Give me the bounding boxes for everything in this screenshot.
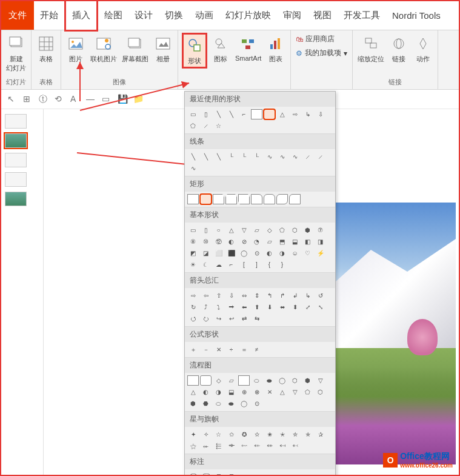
shape-multiply[interactable]: ✕ [213, 344, 224, 355]
shape-star-10[interactable]: ✯ [302, 429, 313, 440]
shape-basic-40[interactable]: { [264, 260, 275, 270]
shape-fc-8[interactable]: ◯ [276, 375, 288, 386]
shape-basic-8[interactable]: ⬠ [276, 225, 288, 235]
shape-star-3[interactable]: ☆ [213, 429, 224, 440]
shape-star-5[interactable]: ✪ [238, 429, 250, 440]
shape-plus[interactable]: ＋ [187, 344, 199, 355]
shape-banner-1[interactable]: ⬰ [200, 441, 212, 451]
shape-arrow-24[interactable]: ⭮ [200, 313, 212, 324]
shape-connector[interactable]: ⌐ [238, 109, 250, 119]
shape-basic-24[interactable]: ◪ [200, 248, 212, 258]
shape-fc-12[interactable]: △ [187, 387, 199, 397]
shape-basic-21[interactable]: ◧ [302, 236, 313, 247]
shape-arrow-11[interactable]: ↺ [315, 290, 326, 301]
shape-basic-17[interactable]: ◔ [251, 236, 262, 247]
shape-curve-1[interactable]: ∿ [264, 152, 275, 162]
shape-fc-5[interactable] [238, 375, 250, 386]
shape-basic-29[interactable]: ◐ [264, 248, 275, 258]
shape-fc-13[interactable]: ◐ [200, 387, 212, 397]
shape-arrow-9[interactable]: ↲ [289, 290, 301, 301]
shape-arrow-10[interactable]: ↳ [302, 290, 313, 301]
shape-line-1[interactable]: ╲ [187, 152, 199, 162]
shape-callout-10[interactable]: ▭ [302, 472, 313, 476]
chart-button[interactable]: 图表 [265, 33, 287, 69]
shape-star[interactable]: ☆ [213, 121, 224, 131]
thumbnail-5[interactable] [5, 192, 27, 206]
shape-callout-9[interactable]: ▭ [289, 472, 301, 476]
shape-arrow-8[interactable]: ↱ [276, 290, 288, 301]
shape-divide[interactable]: ÷ [225, 344, 237, 355]
shape-arrow-14[interactable]: ⤵ [213, 302, 224, 312]
shape-textbox[interactable]: ▭ [187, 109, 199, 119]
shape-basic-1[interactable]: ▭ [187, 225, 199, 235]
shape-callout-6[interactable]: ▭ [251, 472, 262, 476]
smartart-button[interactable]: SmartArt [234, 33, 262, 69]
shape-basic-10[interactable]: ⬢ [302, 225, 313, 235]
shape-scribble[interactable]: ∿ [187, 163, 199, 173]
shape-fc-22[interactable]: ⬡ [315, 387, 326, 397]
shape-fc-26[interactable]: ⬬ [225, 398, 237, 409]
shape-arrow-turn[interactable]: ↳ [302, 109, 313, 119]
shape-basic-30[interactable]: ◑ [276, 248, 288, 258]
shape-banner-8[interactable]: ⬷ [289, 441, 301, 451]
shape-callout-3[interactable]: 🗨 [213, 472, 224, 476]
shape-arrow-16[interactable]: ⬅ [238, 302, 250, 312]
shape-basic-34[interactable]: ☀ [187, 260, 199, 270]
tab-draw[interactable]: 绘图 [98, 1, 128, 30]
thumbnail-3[interactable] [5, 153, 27, 167]
shape-callout-7[interactable]: ▭ [264, 472, 275, 476]
shape-elbow-2[interactable]: └ [238, 152, 250, 162]
shape-basic-41[interactable]: } [276, 260, 288, 270]
shape-rect-round2[interactable] [264, 194, 275, 204]
shape-basic-3[interactable]: ○ [213, 225, 224, 235]
shape-rect-snip2[interactable] [225, 194, 237, 204]
shape-arrow-6[interactable]: ⇕ [251, 290, 262, 301]
shape-basic-36[interactable]: ☁ [213, 260, 224, 270]
icons-button[interactable]: 图标 [210, 33, 232, 69]
shape-star-2[interactable]: ✧ [200, 429, 212, 440]
shape-arrow-7[interactable]: ↰ [264, 290, 275, 301]
shape-arrow-4[interactable]: ⇩ [225, 290, 237, 301]
shape-banner-7[interactable]: ⬶ [276, 441, 288, 451]
shape-fc-7[interactable]: ⬬ [264, 375, 275, 386]
shape-rounded-rect[interactable] [264, 109, 275, 119]
shape-rect-rounddiag[interactable] [276, 194, 288, 204]
shape-fc-11[interactable]: ▽ [315, 375, 326, 386]
shape-arrow-13[interactable]: ⤴ [200, 302, 212, 312]
shape-arrow-r[interactable]: ⇨ [289, 109, 301, 119]
new-slide-button[interactable]: 新建 幻灯片 [5, 33, 27, 74]
shape-basic-6[interactable]: ▱ [251, 225, 262, 235]
table-button[interactable]: 表格 [35, 33, 57, 65]
shape-banner-4[interactable]: ⬳ [238, 441, 250, 451]
tab-file[interactable]: 文件 [1, 1, 34, 30]
shape-basic-5[interactable]: ▽ [238, 225, 250, 235]
shape-fc-9[interactable]: ⬡ [289, 375, 301, 386]
shape-basic-37[interactable]: ⌐ [225, 260, 237, 270]
shape-star-11[interactable]: ✰ [315, 429, 326, 440]
shape-arrow-18[interactable]: ⬇ [264, 302, 275, 312]
link-button[interactable]: 链接 [388, 33, 410, 65]
shape-basic-39[interactable]: ] [251, 260, 262, 270]
shape-star-6[interactable]: ✫ [251, 429, 262, 440]
tab-design[interactable]: 设计 [128, 1, 159, 30]
shape-fc-6[interactable]: ⬭ [251, 375, 262, 386]
shape-fc-4[interactable]: ▱ [225, 375, 237, 386]
tab-review[interactable]: 审阅 [277, 1, 307, 30]
shape-fc-17[interactable]: ⊗ [251, 387, 262, 397]
shape-rect-snip3[interactable] [238, 194, 250, 204]
shape-callout-4[interactable]: 🗩 [225, 472, 237, 476]
tab-home[interactable]: 开始 [34, 1, 64, 30]
shape-fc-20[interactable]: ▽ [289, 387, 301, 397]
shape-minus[interactable]: － [200, 344, 212, 355]
shape-arrow-21[interactable]: ⤢ [302, 302, 313, 312]
qat-rotate-icon[interactable]: ⟲ [55, 94, 65, 105]
shape-freeform-2[interactable]: ⟋ [315, 152, 326, 162]
shape-fc-15[interactable]: ⬓ [225, 387, 237, 397]
shape-rect-sniproundm[interactable] [289, 194, 301, 204]
shape-fc-24[interactable]: ⬣ [200, 398, 212, 409]
shape-arrow-22[interactable]: ⤡ [315, 302, 326, 312]
shape-basic-20[interactable]: ⬓ [289, 236, 301, 247]
shape-basic-2[interactable]: ▯ [200, 225, 212, 235]
shape-arrow-17[interactable]: ⬆ [251, 302, 262, 312]
shape-star-12[interactable]: ⚝ [187, 441, 199, 451]
